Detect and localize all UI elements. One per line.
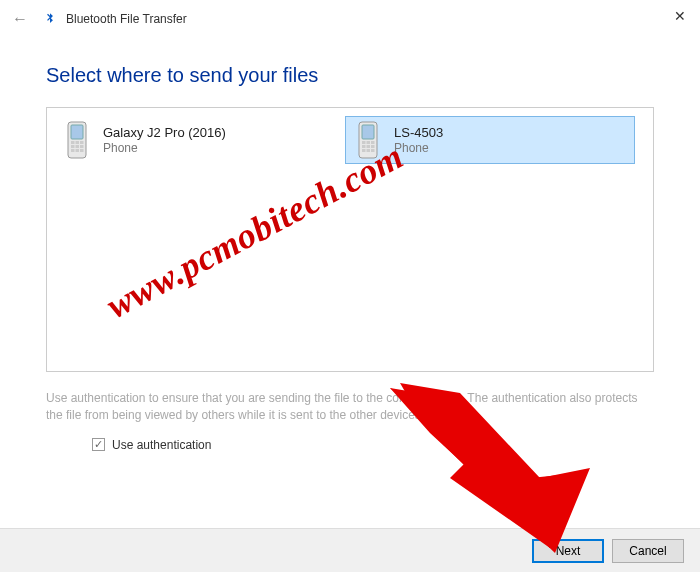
svg-rect-12 xyxy=(362,125,374,139)
use-auth-checkbox[interactable]: ✓ xyxy=(92,438,105,451)
svg-rect-14 xyxy=(367,141,371,144)
phone-icon xyxy=(61,120,93,160)
svg-rect-21 xyxy=(371,149,375,152)
content-area: Select where to send your files Galaxy J… xyxy=(0,34,700,452)
svg-rect-20 xyxy=(367,149,371,152)
device-item-galaxy[interactable]: Galaxy J2 Pro (2016) Phone xyxy=(55,116,345,164)
device-name: Galaxy J2 Pro (2016) xyxy=(103,125,226,141)
use-auth-label: Use authentication xyxy=(112,438,211,452)
svg-rect-19 xyxy=(362,149,366,152)
button-bar: Next Cancel xyxy=(0,528,700,572)
svg-rect-5 xyxy=(71,145,75,148)
svg-rect-2 xyxy=(71,141,75,144)
svg-rect-13 xyxy=(362,141,366,144)
device-item-ls4503[interactable]: LS-4503 Phone xyxy=(345,116,635,164)
svg-rect-3 xyxy=(76,141,80,144)
device-type: Phone xyxy=(394,141,443,155)
device-text: LS-4503 Phone xyxy=(394,125,443,155)
device-name: LS-4503 xyxy=(394,125,443,141)
close-icon[interactable]: ✕ xyxy=(674,8,686,24)
next-button[interactable]: Next xyxy=(532,539,604,563)
svg-rect-7 xyxy=(80,145,84,148)
svg-rect-18 xyxy=(371,145,375,148)
svg-rect-15 xyxy=(371,141,375,144)
svg-rect-16 xyxy=(362,145,366,148)
cancel-button[interactable]: Cancel xyxy=(612,539,684,563)
svg-rect-6 xyxy=(76,145,80,148)
use-authentication-row[interactable]: ✓ Use authentication xyxy=(46,438,654,452)
device-type: Phone xyxy=(103,141,226,155)
page-heading: Select where to send your files xyxy=(46,64,654,87)
help-text: Use authentication to ensure that you ar… xyxy=(46,390,654,424)
title-bar: ← Bluetooth File Transfer ✕ xyxy=(0,0,700,34)
svg-rect-10 xyxy=(80,149,84,152)
device-list: Galaxy J2 Pro (2016) Phone LS-4503 Phone xyxy=(46,107,654,372)
bluetooth-icon xyxy=(42,11,58,27)
svg-rect-9 xyxy=(76,149,80,152)
device-text: Galaxy J2 Pro (2016) Phone xyxy=(103,125,226,155)
window-title: Bluetooth File Transfer xyxy=(66,12,187,26)
svg-rect-17 xyxy=(367,145,371,148)
back-icon[interactable]: ← xyxy=(12,10,28,28)
svg-rect-4 xyxy=(80,141,84,144)
phone-icon xyxy=(352,120,384,160)
svg-rect-1 xyxy=(71,125,83,139)
svg-rect-8 xyxy=(71,149,75,152)
